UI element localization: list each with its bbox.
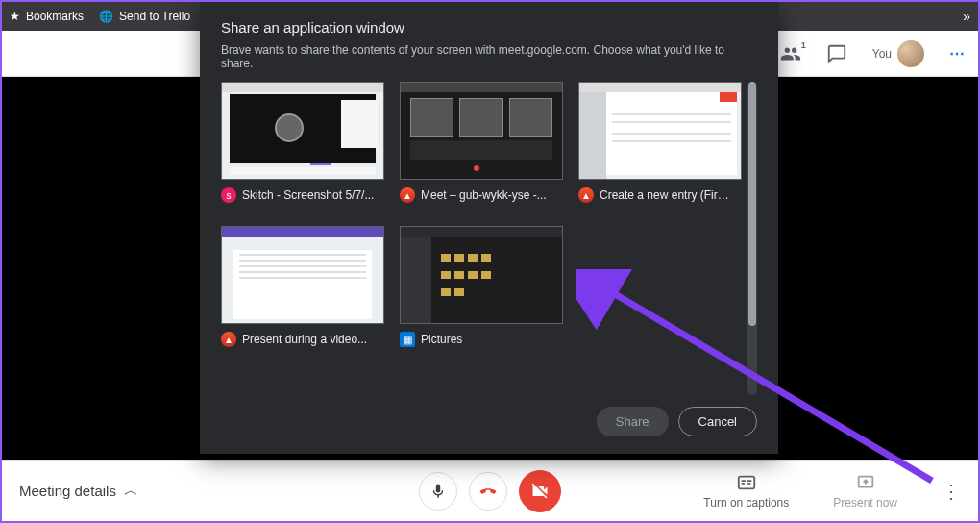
right-controls: Turn on captions Present now ⋮ [703,472,961,510]
hangup-button[interactable] [469,472,507,511]
window-option-meet[interactable]: ▲ Meet – gub-wykk-yse -... [400,82,563,203]
window-thumbnail [578,82,742,180]
center-controls [419,470,561,512]
meet-header-more[interactable]: ⋯ [949,44,967,62]
window-option-present-video[interactable]: ▲ Present during a video... [221,226,384,347]
brave-icon: ▲ [578,187,594,203]
chat-icon[interactable] [826,43,847,64]
avatar[interactable] [897,40,924,67]
share-button[interactable]: Share [597,407,669,436]
globe-icon: 🌐 [99,10,113,23]
bookmark-label: Bookmarks [26,10,84,23]
microphone-button[interactable] [419,472,457,511]
meeting-details-label: Meeting details [19,483,116,499]
pictures-icon: ▦ [400,332,415,347]
meeting-details-button[interactable]: Meeting details ︿ [19,482,138,500]
window-label: Skitch - Screenshot 5/7/... [242,188,374,202]
dialog-subtitle: Brave wants to share the contents of you… [221,43,757,70]
people-count-badge: 1 [801,40,806,50]
window-label: Pictures [421,333,462,346]
window-grid: s Skitch - Screenshot 5/7/... ▲ Meet – g… [221,82,744,395]
bottom-bar: Meeting details ︿ Turn on captions Prese… [2,460,978,521]
camera-off-button[interactable] [519,470,561,512]
more-options-button[interactable]: ⋮ [942,480,961,503]
window-label: Meet – gub-wykk-yse -... [421,188,547,202]
window-thumbnail [400,226,563,324]
scrollbar-thumb[interactable] [748,82,756,326]
more-vertical-icon: ⋮ [942,480,961,503]
chevron-up-icon: ︿ [124,482,138,500]
you-label: You [872,47,892,61]
window-thumbnail [221,226,384,324]
bookmark-item-bookmarks[interactable]: ★ Bookmarks [10,10,84,23]
window-label: Present during a video... [242,333,367,346]
present-now-button[interactable]: Present now [833,472,897,510]
svg-rect-1 [739,477,755,489]
window-thumbnail [400,82,563,180]
star-icon: ★ [10,10,20,23]
window-label: Create a new entry (First... [600,188,734,202]
skitch-icon: s [221,187,236,203]
dialog-scrollbar[interactable] [747,82,757,395]
bookmark-overflow-chevron[interactable]: » [963,9,970,24]
window-option-create-entry[interactable]: ▲ Create a new entry (First... [578,82,742,203]
share-window-dialog: Share an application window Brave wants … [200,2,778,454]
brave-icon: ▲ [221,332,236,347]
people-icon[interactable]: 1 [780,43,801,64]
window-thumbnail [221,82,384,180]
window-option-skitch[interactable]: s Skitch - Screenshot 5/7/... [221,82,384,203]
cancel-button[interactable]: Cancel [678,407,757,436]
dialog-actions: Share Cancel [221,407,757,436]
dialog-title: Share an application window [221,19,757,36]
bookmark-item-trello[interactable]: 🌐 Send to Trello [99,10,190,23]
captions-label: Turn on captions [703,496,789,510]
window-option-pictures[interactable]: ▦ Pictures [400,226,563,347]
captions-button[interactable]: Turn on captions [703,472,789,510]
brave-icon: ▲ [400,187,415,203]
bookmark-label: Send to Trello [119,10,190,23]
present-now-label: Present now [833,496,897,510]
